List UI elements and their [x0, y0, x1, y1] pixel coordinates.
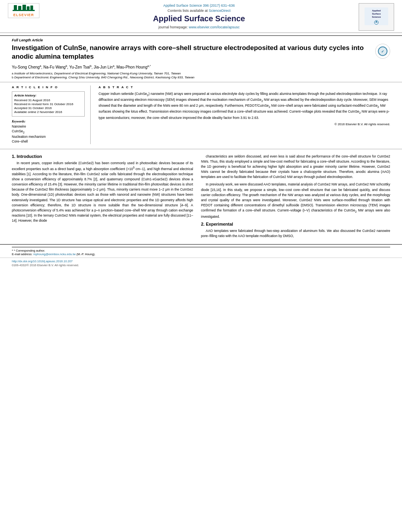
article-type-label: Full Length Article	[0, 35, 402, 42]
svg-rect-4	[30, 6, 33, 10]
keywords-section: Keywords: Nanowire CuInSe2 Nucleation me…	[12, 120, 85, 143]
abstract-text: Copper indium selenide (CuInSe2) nanowir…	[99, 91, 390, 120]
abstract-heading: A B S T R A C T	[99, 85, 390, 89]
elsevier-tree-icon	[12, 4, 35, 13]
intro-paragraph-3: In previously work, we were discussed AA…	[201, 182, 390, 219]
elsevier-logo: ELSEVIER	[8, 3, 39, 19]
svg-rect-2	[22, 5, 26, 10]
journal-info-center: Applied Surface Science 396 (2017) 631–6…	[39, 3, 359, 29]
received-date: Received 31 August 2016	[14, 98, 82, 102]
experimental-paragraph-1: AAO templates were fabricated through tw…	[201, 228, 390, 239]
svg-rect-5	[13, 10, 35, 11]
body-right-column: characteristics are seldom discussed, an…	[201, 154, 390, 241]
keyword-nucleation: Nucleation mechanism	[12, 135, 85, 139]
svg-text:Science: Science	[372, 16, 381, 18]
article-history-box: Article history: Received 31 August 2016…	[12, 91, 85, 117]
article-title-section: Investigation of CuInSe2 nanowire arrays…	[0, 42, 402, 64]
footnote-divider	[12, 247, 390, 247]
available-date: Available online 2 November 2016	[14, 110, 82, 114]
history-title: Article history:	[14, 94, 82, 97]
main-body: 1. Introduction In recent years, copper …	[0, 151, 402, 245]
issn-line: 0169-4332/© 2016 Elsevier B.V. All right…	[12, 263, 390, 267]
journal-logo-box: Applied Surface Science	[359, 3, 394, 31]
copyright-line: © 2016 Elsevier B.V. All rights reserved…	[99, 122, 390, 126]
intro-paragraph-1: In recent years, copper indium selenide …	[12, 161, 193, 224]
accepted-date: Accepted 31 October 2016	[14, 106, 82, 110]
homepage-line: journal homepage: www.elsevier.com/locat…	[47, 25, 351, 29]
svg-text:Surface: Surface	[372, 13, 381, 15]
elsevier-label: ELSEVIER	[13, 13, 34, 17]
body-left-column: 1. Introduction In recent years, copper …	[12, 154, 193, 241]
article-title: Investigation of CuInSe2 nanowire arrays…	[12, 44, 371, 61]
intro-paragraph-2: characteristics are seldom discussed, an…	[201, 154, 390, 180]
revised-date: Received in revised form 31 October 2016	[14, 102, 82, 106]
svg-text:✓: ✓	[381, 50, 384, 54]
svg-rect-0	[14, 5, 17, 10]
keyword-cuinse2: CuInSe2	[12, 129, 85, 134]
experimental-section-title: 2. Experimental	[201, 222, 390, 226]
svg-rect-1	[18, 6, 21, 10]
article-info-heading: A R T I C L E I N F O	[12, 85, 85, 89]
svg-rect-3	[27, 6, 30, 10]
corresponding-note: * * Corresponding author.	[12, 249, 390, 252]
abstract-column: A B S T R A C T Copper indium selenide (…	[99, 85, 390, 144]
authors-line: Yu-Song Chenga, Na-Fu Wangb, Yu-Zen Tsai…	[0, 64, 402, 70]
page-header: ELSEVIER Applied Surface Science 396 (20…	[0, 0, 402, 33]
intro-section-title: 1. Introduction	[12, 154, 193, 159]
keyword-coreshell: Core–shell	[12, 139, 85, 143]
affil-b: b Department of Electronic Engineering, …	[12, 76, 390, 79]
keywords-title: Keywords:	[12, 120, 85, 123]
affiliations: a Institute of Microelectronics, Departm…	[0, 70, 402, 82]
doi-link[interactable]: http://dx.doi.org/10.1016/j.apsusc.2016.…	[12, 260, 390, 263]
keyword-nanowire: Nanowire	[12, 124, 85, 128]
bottom-bar: http://dx.doi.org/10.1016/j.apsusc.2016.…	[0, 258, 402, 269]
footnotes: * * Corresponding author. E-mail address…	[0, 244, 402, 258]
journal-issue-line: Applied Surface Science 396 (2017) 631–6…	[47, 3, 351, 7]
email-note: E-mail address: mphoung@eembox.ncku.edu.…	[12, 252, 390, 256]
crossmark-badge[interactable]: ✓	[375, 44, 390, 59]
svg-text:Applied: Applied	[372, 9, 381, 12]
affil-a: a Institute of Microelectronics, Departm…	[12, 72, 390, 75]
article-info-column: A R T I C L E I N F O Article history: R…	[12, 85, 91, 144]
info-abstract-section: A R T I C L E I N F O Article history: R…	[0, 82, 402, 147]
journal-logo-icon: Applied Surface Science	[365, 7, 388, 25]
contents-line: Contents lists available at ScienceDirec…	[47, 8, 351, 13]
crossmark-icon: ✓	[377, 45, 389, 57]
journal-title: Applied Surface Science	[47, 14, 351, 23]
